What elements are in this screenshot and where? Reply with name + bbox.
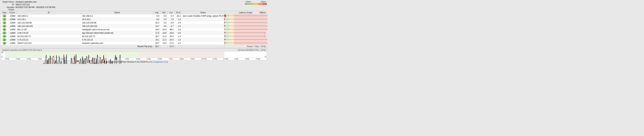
svg-rect-44 xyxy=(109,59,109,64)
cell-count: 12694 xyxy=(8,31,16,35)
svg-rect-7 xyxy=(53,60,54,64)
col-avg[interactable]: Avg xyxy=(153,11,160,14)
cell-cur: 17.0 xyxy=(168,42,175,45)
cell-avg: 9.3 xyxy=(153,18,160,21)
table-row[interactable]: 51269468.1.5.157nyrkbprj01-ae3.0.rd.ny.c… xyxy=(1,28,267,31)
cell-count: 12694 xyxy=(8,28,16,31)
table-row[interactable]: 312694100.120.244.98100.120.244.9810.23.… xyxy=(1,21,267,24)
table-row[interactable]: 8126944.78.132.224.78.132.2219.111.320.4… xyxy=(1,38,267,42)
table-row[interactable]: 6126944.30.178.29lag-108.ear1.NewYork6.L… xyxy=(1,31,267,35)
cell-pl: 1.5 xyxy=(175,18,182,21)
hop-pill: 9 xyxy=(2,42,6,44)
cell-cur: 0.3 xyxy=(168,14,175,18)
hops-table: Hop Count IP Name Avg Min Cur PL% Notes … xyxy=(1,11,267,48)
cell-ip: 10.4.16.1 xyxy=(16,18,81,21)
cell-min: 12.0 xyxy=(160,42,168,45)
cell-notes xyxy=(182,38,224,42)
col-pl[interactable]: PL% xyxy=(175,11,182,14)
latency-cur-marker: × xyxy=(224,35,226,37)
col-min[interactable]: Min xyxy=(160,11,168,14)
cell-ip: 68.1.5.157 xyxy=(16,28,81,31)
svg-rect-20 xyxy=(75,57,75,64)
svg-rect-30 xyxy=(92,59,92,64)
cell-count: 12694 xyxy=(8,35,16,38)
latency-cur-marker: × xyxy=(224,42,226,44)
svg-rect-6 xyxy=(52,60,53,64)
cell-pl: 32.2 xyxy=(175,14,182,18)
latency-color-legend: 100ms 200ms xyxy=(245,1,267,5)
col-latency[interactable]: Latency Graph 889ms xyxy=(224,11,267,14)
cell-cur: 20.4 xyxy=(168,38,175,42)
cell-count: 12694 xyxy=(8,14,16,18)
cell-name: 4.78.132.22 xyxy=(81,38,153,42)
latency-graph-cell: × xyxy=(224,21,267,24)
cell-name: 64.215.102.73 xyxy=(81,35,153,38)
latency-graph-cell: × xyxy=(224,14,267,18)
col-hop[interactable]: Hop xyxy=(1,11,8,14)
ip-label: IP: xyxy=(1,4,16,6)
hop-pill: 1 xyxy=(2,14,6,17)
cell-pl: 1.4 xyxy=(175,38,182,42)
cell-min: 3.3 xyxy=(160,21,168,24)
latency-cur-marker: × xyxy=(223,14,226,17)
latency-graph-cell: × xyxy=(224,28,267,31)
table-row[interactable]: 412694100.120.244.202100.120.244.20213.7… xyxy=(1,24,267,28)
svg-rect-26 xyxy=(84,61,85,64)
cell-notes: eero router throttles ICMP pings, ignore… xyxy=(182,14,224,18)
latency-graph-cell: × xyxy=(224,35,267,38)
cell-notes xyxy=(182,21,224,24)
cell-min: 11.3 xyxy=(160,38,168,42)
cell-cur: 20.3 xyxy=(168,35,175,38)
cell-name: nyrkbprj01-ae3.0.rd.ny.cox.net xyxy=(81,28,153,31)
cell-pl: 1.6 xyxy=(175,31,182,35)
latency-cur-marker: × xyxy=(228,28,230,30)
legend-tick-200: 200ms xyxy=(260,1,266,3)
hop-pill: 7 xyxy=(2,35,6,38)
col-count[interactable]: Count xyxy=(8,11,16,14)
cell-ip: 4.78.132.22 xyxy=(16,38,81,42)
latency-graph-cell: × xyxy=(224,31,267,35)
focus-label: Focus: 7:41p - 3:57p xyxy=(224,45,267,48)
cell-name: 192.168.4.1 xyxy=(81,14,153,18)
table-row[interactable]: 71269464.215.102.7364.215.102.7318.711.4… xyxy=(1,35,267,38)
target-name-value: resolver1.opendns.com xyxy=(16,1,267,3)
col-ip[interactable]: IP xyxy=(16,11,81,14)
cell-min: 10.8 xyxy=(160,28,168,31)
cell-cur: 8.4 xyxy=(168,21,175,24)
svg-rect-29 xyxy=(92,60,92,64)
cell-name: 100.120.244.202 xyxy=(81,24,153,28)
cell-ip: 192.168.4.1 xyxy=(16,14,81,18)
latency-max-label: 889ms xyxy=(260,12,266,14)
cell-name: lag-108.ear1.NewYork6.Level3.net xyxy=(81,31,153,35)
latency-graph-cell: × xyxy=(224,42,267,45)
cell-count: 12694 xyxy=(8,42,16,45)
cell-ip: 100.120.244.98 xyxy=(16,21,81,24)
cell-name: 100.120.244.98 xyxy=(81,21,153,24)
cell-pl: 1.5 xyxy=(175,24,182,28)
cell-notes xyxy=(182,42,224,45)
col-cur[interactable]: Cur xyxy=(168,11,175,14)
hop-pill: 6 xyxy=(2,32,6,34)
cell-cur: 96.0 xyxy=(168,28,175,31)
hop-pill: 5 xyxy=(2,28,6,31)
col-name[interactable]: Name xyxy=(81,11,153,14)
table-row[interactable]: 112694192.168.4.1192.168.4.10.40.00.332.… xyxy=(1,14,267,18)
cell-pl: 1.4 xyxy=(175,35,182,38)
svg-rect-4 xyxy=(50,57,50,64)
cell-avg: 19.1 xyxy=(153,38,160,42)
svg-rect-21 xyxy=(76,58,76,64)
cell-notes xyxy=(182,31,224,35)
cell-pl: 1.5 xyxy=(175,28,182,31)
samples-label: Samples Timed: xyxy=(1,6,16,11)
table-row[interactable]: 21269410.4.16.110.4.16.19.32.57.51.5× xyxy=(1,18,267,21)
cell-avg: 17.5 xyxy=(153,31,160,35)
table-row[interactable]: 912694208.67.222.222resolver1.opendns.co… xyxy=(1,42,267,45)
cell-pl: 1.5 xyxy=(175,42,182,45)
col-notes[interactable]: Notes xyxy=(182,11,224,14)
cell-name: 10.4.16.1 xyxy=(81,18,153,21)
cell-name: resolver1.opendns.com xyxy=(81,42,153,45)
cell-avg: 0.4 xyxy=(153,14,160,18)
timeline-chart[interactable]: resolver1.opendns.com (208.67.222.222) h… xyxy=(1,48,267,60)
svg-rect-31 xyxy=(94,63,94,64)
cell-cur: 16.9 xyxy=(168,31,175,35)
